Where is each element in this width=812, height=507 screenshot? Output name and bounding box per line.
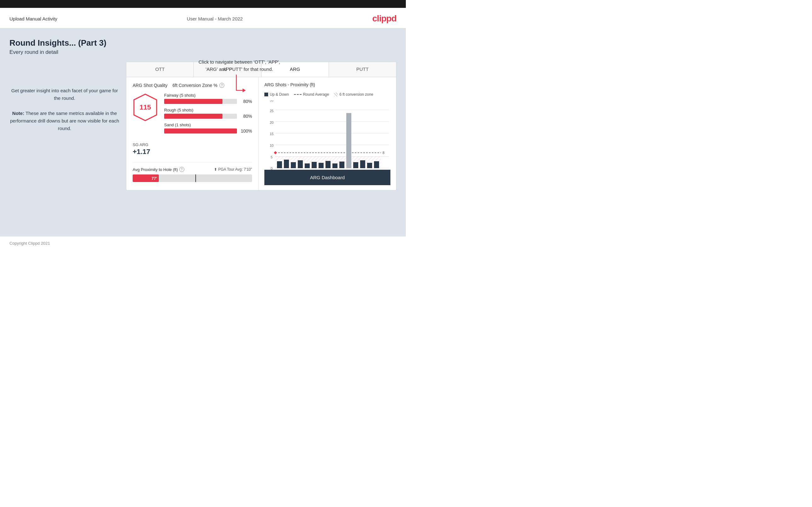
left-panel: Get greater insight into each facet of y… [9,62,126,190]
svg-rect-23 [298,160,303,168]
svg-text:10: 10 [270,144,273,148]
annotation-text: Click to navigate between 'OTT', 'APP','… [199,59,280,73]
hex-score-value: 115 [140,103,151,111]
legend-items: Up & Down Round Average 6 ft conversion … [264,92,373,97]
bar-label-sand: Sand (1 shots) [164,122,252,127]
bar-bg-sand [164,128,237,133]
shot-quality-label: ARG Shot Quality [133,83,168,88]
pga-marker: ⬆ [214,167,217,172]
bar-track-rough: 80% [164,114,252,119]
svg-rect-27 [325,161,331,168]
proximity-section: Avg Proximity to Hole (ft) ? ⬆ PGA Tour … [133,162,252,182]
svg-rect-24 [305,163,310,168]
bar-row-rough: Rough (5 shots) 80% [164,108,252,119]
svg-text:0: 0 [271,167,272,170]
svg-rect-20 [277,161,282,168]
proximity-bar-fill: 77' [133,174,159,182]
callout-note-text: These are the same metrics available in … [10,111,119,131]
pga-avg-text: PGA Tour Avg: 7'10" [218,167,252,172]
callout-main: Get greater insight into each facet of y… [10,88,119,131]
hex-container: 115 [133,93,158,122]
bar-fill-rough [164,114,222,119]
bar-fill-fairway [164,99,222,104]
proximity-help-icon[interactable]: ? [179,167,184,172]
callout-note: Note: [12,111,24,116]
legend-hatched-box [334,93,338,96]
bars-section: Fairway (5 shots) 80% Rou [164,93,252,137]
sg-label: SG ARG [133,142,252,147]
legend-6ft-label: 6 ft conversion zone [339,92,373,97]
copyright-text: Copyright Clippd 2021 [9,241,50,246]
bar-fill-sand [164,128,237,133]
top-bar [0,0,406,8]
page-subtitle: Every round in detail [9,49,396,55]
proximity-value: 77' [152,176,157,181]
svg-rect-26 [318,163,323,168]
annotation-arrow [199,75,280,97]
hexagon-score: 115 [133,93,158,122]
sg-section: SG ARG +1.17 [133,142,252,156]
chart-header: ARG Shots - Proximity (ft) Up & Down Rou… [264,82,391,97]
arg-dashboard-button[interactable]: ARG Dashboard [264,170,391,185]
main-content: Round Insights... (Part 3) Every round i… [0,29,406,236]
svg-rect-25 [312,162,317,168]
chart-svg: 0 5 10 15 20 25 30 [264,101,391,170]
bar-label-rough: Rough (5 shots) [164,108,252,112]
proximity-label-text: Avg Proximity to Hole (ft) [133,167,178,172]
legend-6ft-zone: 6 ft conversion zone [334,92,373,97]
svg-rect-33 [367,163,372,168]
legend-dashed-line [294,94,302,95]
svg-text:20: 20 [270,121,273,124]
svg-text:15: 15 [270,132,273,136]
callout-text: Get greater insight into each facet of y… [9,87,120,132]
bar-pct-sand: 100% [240,128,252,133]
page-title: Round Insights... (Part 3) [9,38,396,48]
score-area: 115 Fairway (5 shots) [133,93,252,137]
bar-track-sand: 100% [164,128,252,133]
bar-pct-fairway: 80% [240,99,252,104]
header-left-text: Upload Manual Activity [9,16,57,21]
annotation-area: Click to navigate between 'OTT', 'APP','… [199,59,280,97]
svg-marker-17 [274,151,277,154]
svg-text:25: 25 [270,109,273,113]
pga-label: ⬆ PGA Tour Avg: 7'10" [214,167,252,172]
clippd-logo: clippd [372,13,396,23]
svg-text:8: 8 [383,151,385,155]
legend-round-avg: Round Average [294,92,329,97]
bar-bg-rough [164,114,237,119]
svg-rect-21 [284,160,289,168]
legend-round-avg-label: Round Average [303,92,329,97]
svg-marker-0 [243,89,246,92]
tab-ott[interactable]: OTT [126,62,194,77]
svg-rect-31 [353,162,358,168]
svg-rect-29 [339,162,344,168]
sg-value: +1.17 [133,148,252,156]
bar-bg-fairway [164,99,237,104]
chart-area: 0 5 10 15 20 25 30 [264,101,391,170]
footer: Copyright Clippd 2021 [0,236,406,250]
svg-rect-34 [374,161,379,168]
proximity-label: Avg Proximity to Hole (ft) ? [133,167,184,172]
svg-rect-28 [333,163,338,168]
header-center-text: User Manual - March 2022 [187,16,243,21]
bar-track-fairway: 80% [164,99,252,104]
cursor-line [195,174,196,182]
proximity-header: Avg Proximity to Hole (ft) ? ⬆ PGA Tour … [133,167,252,172]
bar-pct-rough: 80% [240,114,252,119]
proximity-bar-bg: 77' [133,174,252,182]
svg-text:5: 5 [271,155,272,159]
svg-rect-22 [291,162,296,168]
svg-rect-32 [360,160,365,168]
tab-putt[interactable]: PUTT [329,62,396,77]
header: Upload Manual Activity User Manual - Mar… [0,8,406,29]
svg-text:30: 30 [270,101,273,102]
bar-row-sand: Sand (1 shots) 100% [164,122,252,133]
svg-rect-30 [346,113,351,168]
